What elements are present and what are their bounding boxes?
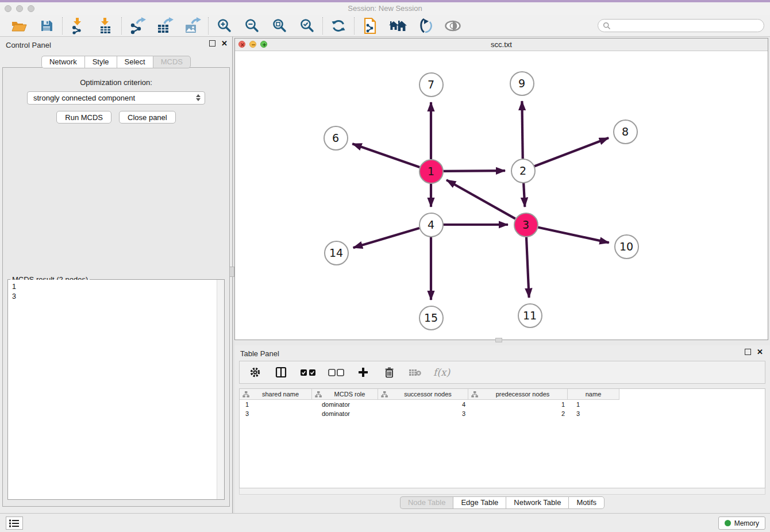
edge-1-6[interactable]	[352, 144, 419, 167]
horizontal-splitter-handle[interactable]	[495, 338, 502, 342]
ndex-document-icon[interactable]	[361, 17, 379, 35]
column-header-predecessor-nodes[interactable]: predecessor nodes	[468, 389, 568, 400]
edge-2-3[interactable]	[523, 183, 525, 207]
status-bar: Memory	[0, 513, 770, 532]
search-field[interactable]	[598, 19, 764, 32]
run-mcds-button[interactable]: Run MCDS	[56, 111, 111, 124]
control-panel-close-icon[interactable]: ✕	[221, 40, 228, 47]
eye-icon[interactable]	[444, 17, 462, 35]
result-scrollbar[interactable]	[217, 280, 224, 499]
show-column-panel-icon[interactable]	[274, 365, 288, 380]
graph-node-2[interactable]: 2	[511, 159, 536, 183]
table-panel: Table Panel ✕	[234, 345, 770, 513]
select-chevrons-icon	[196, 94, 201, 101]
mcds-result-list: 1 3	[8, 280, 224, 499]
result-item: 3	[12, 292, 224, 302]
control-panel-float-icon[interactable]	[209, 40, 215, 47]
window-close-button[interactable]	[5, 5, 11, 12]
criterion-selected-value: strongly connected component	[33, 94, 135, 102]
table-row[interactable]: 3 dominator 3 2 3	[240, 409, 765, 418]
select-all-columns-icon[interactable]	[299, 365, 317, 380]
column-header-mcds-role[interactable]: MCDS role	[312, 389, 378, 400]
tab-network-table[interactable]: Network Table	[506, 496, 568, 509]
network-minimize-button[interactable]	[249, 41, 256, 48]
graph-node-3[interactable]: 3	[514, 213, 538, 237]
zoom-in-icon[interactable]	[215, 17, 233, 35]
export-network-icon[interactable]	[128, 17, 147, 35]
criterion-select[interactable]: strongly connected component	[27, 91, 205, 105]
export-image-icon[interactable]	[183, 17, 202, 35]
zoom-out-icon[interactable]	[242, 17, 261, 35]
edge-3-11[interactable]	[526, 237, 529, 298]
mcds-panel: Optimization criterion: strongly connect…	[2, 67, 230, 507]
search-icon	[603, 22, 611, 30]
export-table-icon[interactable]	[156, 17, 174, 35]
table-settings-gear-icon[interactable]	[248, 365, 263, 380]
network-file-title: scc.txt	[235, 38, 768, 51]
cybrowser-icon[interactable]	[416, 17, 434, 35]
tab-node-table[interactable]: Node Table	[400, 496, 453, 509]
window-zoom-button[interactable]	[28, 5, 34, 12]
tab-mcds[interactable]: MCDS	[153, 56, 191, 68]
delete-column-icon[interactable]	[382, 365, 396, 380]
add-column-icon[interactable]	[356, 365, 371, 380]
edge-4-14[interactable]	[353, 228, 419, 248]
edge-3-10[interactable]	[538, 227, 609, 242]
edge-2-8[interactable]	[534, 138, 609, 166]
node-table: shared name MCDS role successor nodes pr…	[239, 388, 765, 488]
graph-node-11[interactable]: 11	[518, 303, 542, 328]
close-panel-button[interactable]: Close panel	[119, 111, 176, 124]
edge-1-2[interactable]	[443, 171, 505, 171]
graph-node-15[interactable]: 15	[419, 306, 444, 330]
session-title: Session: New Session	[0, 2, 770, 15]
graph-node-9[interactable]: 9	[510, 71, 534, 96]
tab-select[interactable]: Select	[117, 56, 153, 68]
optimization-criterion-label: Optimization criterion:	[3, 78, 229, 87]
search-input[interactable]	[614, 21, 764, 31]
save-session-icon[interactable]	[37, 17, 56, 35]
vertical-splitter-handle[interactable]	[229, 267, 234, 277]
table-panel-close-icon[interactable]: ✕	[757, 349, 763, 355]
network-view-window: scc.txt 1234678910111415	[234, 38, 768, 340]
graph-node-6[interactable]: 6	[324, 126, 348, 151]
memory-label: Memory	[734, 519, 759, 527]
tab-motifs[interactable]: Motifs	[568, 496, 605, 509]
import-table-icon[interactable]	[97, 17, 115, 35]
graph-node-10[interactable]: 10	[614, 234, 639, 259]
mcds-result-box: MCDS result (2 nodes) 1 3	[7, 279, 225, 500]
network-canvas[interactable]: 1234678910111415	[235, 51, 768, 340]
network-window-titlebar[interactable]: scc.txt	[235, 38, 768, 51]
edge-2-9[interactable]	[522, 101, 522, 159]
graph-node-1[interactable]: 1	[419, 159, 444, 184]
tab-style[interactable]: Style	[84, 56, 117, 68]
home-networks-icon[interactable]	[388, 17, 407, 35]
graph-node-4[interactable]: 4	[419, 213, 444, 237]
column-header-successor-nodes[interactable]: successor nodes	[378, 389, 468, 400]
list-icon	[9, 519, 20, 527]
column-header-shared-name[interactable]: shared name	[240, 389, 312, 400]
memory-button[interactable]: Memory	[718, 516, 765, 530]
titlebar: Session: New Session	[0, 2, 770, 15]
table-row[interactable]: 1 dominator 4 1 1	[240, 400, 765, 409]
graph-node-7[interactable]: 7	[419, 72, 444, 97]
tab-network[interactable]: Network	[41, 56, 84, 68]
zoom-selected-icon[interactable]	[298, 17, 316, 35]
import-network-icon[interactable]	[69, 17, 87, 35]
control-panel-title: Control Panel	[6, 41, 51, 49]
window-minimize-button[interactable]	[16, 5, 23, 12]
task-history-button[interactable]	[6, 516, 23, 530]
network-close-button[interactable]	[238, 41, 245, 48]
zoom-fit-icon[interactable]	[270, 17, 288, 35]
deselect-all-columns-icon[interactable]	[328, 365, 345, 380]
graph-node-8[interactable]: 8	[613, 119, 638, 144]
graph-node-14[interactable]: 14	[324, 241, 349, 265]
network-maximize-button[interactable]	[260, 41, 267, 48]
tab-edge-table[interactable]: Edge Table	[453, 496, 506, 509]
table-panel-float-icon[interactable]	[745, 349, 751, 355]
edge-3-1[interactable]	[446, 180, 515, 218]
table-horizontal-scrollbar[interactable]	[239, 488, 765, 495]
open-session-icon[interactable]	[10, 17, 28, 35]
column-header-name[interactable]: name	[568, 389, 619, 400]
refresh-icon[interactable]	[329, 17, 348, 35]
main-toolbar	[0, 15, 770, 37]
